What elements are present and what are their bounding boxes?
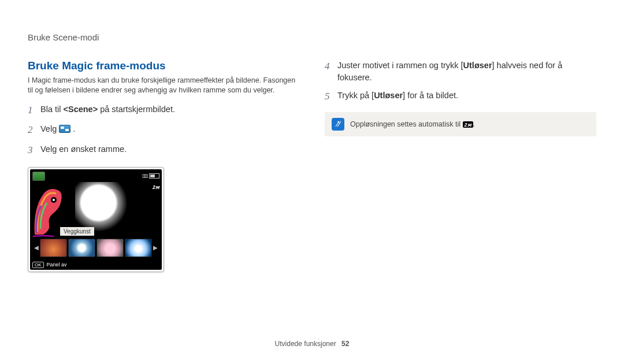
footer-label: Utvidede funksjoner: [275, 340, 336, 348]
camera-screenshot: ▯▯▯ 2ᴍ Vegg: [28, 167, 164, 272]
frame-thumb: [68, 239, 95, 257]
frame-thumb: [40, 239, 67, 257]
step-2: 2 Velg .: [28, 123, 299, 138]
bars-icon: ▯▯▯: [142, 173, 147, 179]
page-footer: Utvidede funksjoner 52: [0, 340, 624, 348]
resolution-badge: 2ᴍ: [153, 184, 159, 190]
frame-mode-icon: [59, 125, 70, 133]
step-4: 4 Juster motivet i rammen og trykk [Utlø…: [325, 60, 596, 84]
step-number: 3: [28, 143, 40, 158]
step-text: Bla til <Scene> på startskjermbildet.: [40, 103, 175, 116]
step-text: Velg en ønsket ramme.: [40, 143, 127, 155]
right-column: 4 Juster motivet i rammen og trykk [Utlø…: [325, 60, 596, 272]
intro-paragraph: I Magic frame-modus kan du bruke forskje…: [28, 76, 299, 95]
step-text: Juster motivet i rammen og trykk [Utløse…: [337, 60, 596, 84]
info-note: Oppløsningen settes automatisk til 2ᴍ.: [325, 112, 596, 136]
section-heading: Bruke Magic frame-modus: [28, 60, 299, 72]
panel-label: Panel av: [47, 262, 67, 268]
info-icon: [332, 118, 344, 131]
step-number: 4: [325, 60, 337, 74]
step-text: Velg .: [40, 123, 75, 135]
preview-glow: [75, 182, 127, 234]
frame-thumb: [125, 239, 152, 257]
steps-list-left: 1 Bla til <Scene> på startskjermbildet. …: [28, 103, 299, 158]
step-number: 2: [28, 123, 40, 138]
step-3: 3 Velg en ønsket ramme.: [28, 143, 299, 158]
step-1: 1 Bla til <Scene> på startskjermbildet.: [28, 103, 299, 118]
battery-icon: [149, 173, 159, 179]
step-number: 1: [28, 103, 40, 118]
frame-label-tag: Veggkunst: [60, 227, 94, 236]
svg-point-1: [53, 199, 55, 201]
content-columns: Bruke Magic frame-modus I Magic frame-mo…: [28, 60, 596, 272]
left-column: Bruke Magic frame-modus I Magic frame-mo…: [28, 60, 299, 272]
screenshot-topbar: ▯▯▯: [32, 172, 159, 181]
status-icons: ▯▯▯: [142, 172, 159, 181]
mode-thumbnail: [32, 172, 45, 181]
frame-thumb: [96, 239, 124, 257]
step-text: Trykk på [Utløser] for å ta bildet.: [337, 90, 458, 102]
screenshot-inner: ▯▯▯ 2ᴍ Vegg: [30, 169, 162, 270]
thumbnail-strip: ◀ ▶: [32, 237, 160, 258]
screenshot-bottombar: OK Panel av: [32, 262, 67, 268]
step-5: 5 Trykk på [Utløser] for å ta bildet.: [325, 90, 596, 104]
strip-right-arrow: ▶: [153, 237, 158, 258]
ok-badge: OK: [32, 262, 44, 268]
steps-list-right: 4 Juster motivet i rammen og trykk [Utlø…: [325, 60, 596, 104]
breadcrumb: Bruke Scene-modi: [28, 32, 596, 42]
strip-left-arrow: ◀: [34, 237, 39, 258]
step-number: 5: [325, 90, 337, 104]
resolution-chip: 2ᴍ: [463, 121, 473, 128]
page-number: 52: [341, 340, 349, 348]
note-text: Oppløsningen settes automatisk til 2ᴍ.: [350, 120, 475, 128]
